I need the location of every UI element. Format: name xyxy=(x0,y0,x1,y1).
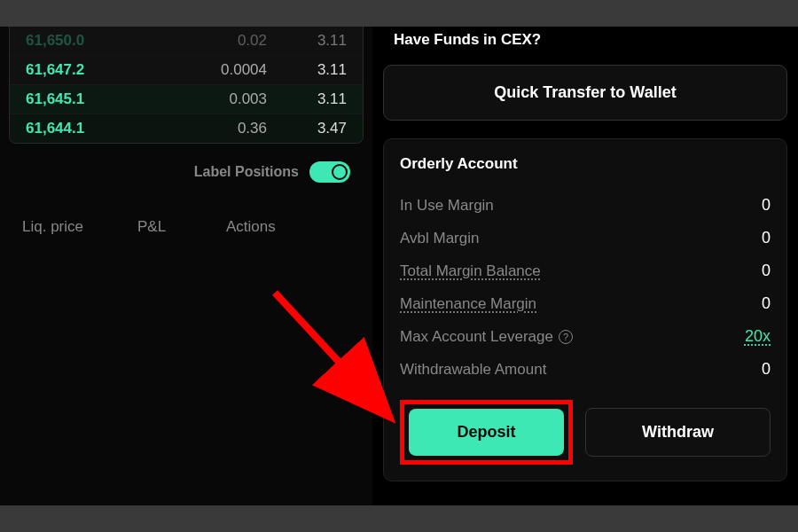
withdraw-button[interactable]: Withdraw xyxy=(585,408,771,457)
account-value: 0 xyxy=(762,262,771,280)
account-label: Withdrawable Amount xyxy=(400,360,546,379)
bottom-bar xyxy=(0,505,798,532)
help-icon[interactable]: ? xyxy=(559,330,573,344)
account-label-text: Max Account Leverage xyxy=(400,328,553,346)
orderbook-amount: 0.36 xyxy=(114,120,293,137)
orderbook-amount: 0.003 xyxy=(114,90,293,108)
account-row-max-leverage: Max Account Leverage ? 20x xyxy=(400,320,771,353)
account-row-in-use-margin: In Use Margin 0 xyxy=(400,189,771,222)
account-label: Avbl Margin xyxy=(400,229,479,247)
have-funds-heading: Have Funds in CEX? xyxy=(383,27,787,65)
left-panel: 61,650.0 0.02 3.11 61,647.2 0.0004 3.11 … xyxy=(0,27,372,505)
account-label[interactable]: Total Margin Balance xyxy=(400,262,541,280)
account-label: Max Account Leverage ? xyxy=(400,327,573,346)
account-value: 0 xyxy=(762,196,771,215)
orderbook-total: 3.47 xyxy=(293,120,347,137)
orderbook-total: 3.11 xyxy=(293,90,347,108)
orderbook-price: 61,650.0 xyxy=(26,32,114,50)
account-row-total-margin: Total Margin Balance 0 xyxy=(400,254,771,287)
orderbook-price: 61,647.2 xyxy=(26,61,114,79)
orderbook-amount: 0.02 xyxy=(114,32,293,50)
orderly-account-panel: Orderly Account In Use Margin 0 Avbl Mar… xyxy=(383,138,787,481)
orderbook-table: 61,650.0 0.02 3.11 61,647.2 0.0004 3.11 … xyxy=(9,27,364,144)
orderbook-total: 3.11 xyxy=(293,32,347,50)
deposit-highlight-box: Deposit xyxy=(400,400,573,465)
positions-table-header: Liq. price P&L Actions xyxy=(0,200,372,254)
orderbook-price: 61,645.1 xyxy=(26,90,114,108)
label-positions-text: Label Positions xyxy=(194,164,299,180)
label-positions-row: Label Positions xyxy=(0,144,372,200)
orderbook-price: 61,644.1 xyxy=(26,120,114,137)
account-title: Orderly Account xyxy=(400,155,771,173)
account-label: In Use Margin xyxy=(400,196,494,215)
account-value: 0 xyxy=(762,294,771,313)
deposit-button[interactable]: Deposit xyxy=(409,409,564,456)
orderbook-row[interactable]: 61,647.2 0.0004 3.11 xyxy=(10,56,363,85)
orderbook-row[interactable]: 61,650.0 0.02 3.11 xyxy=(10,27,363,56)
account-value: 0 xyxy=(762,229,771,247)
top-bar xyxy=(0,0,798,27)
orderbook-row[interactable]: 61,645.1 0.003 3.11 xyxy=(10,85,363,114)
column-liq-price[interactable]: Liq. price xyxy=(22,218,102,236)
account-label[interactable]: Maintenance Margin xyxy=(400,294,536,313)
orderbook-row[interactable]: 61,644.1 0.36 3.47 xyxy=(10,114,363,143)
right-panel: Have Funds in CEX? Quick Transfer to Wal… xyxy=(372,27,798,505)
deposit-withdraw-row: Deposit Withdraw xyxy=(400,400,771,465)
toggle-thumb-icon xyxy=(332,164,348,180)
account-row-withdrawable: Withdrawable Amount 0 xyxy=(400,353,771,386)
account-value-leverage[interactable]: 20x xyxy=(745,327,771,346)
account-value: 0 xyxy=(762,360,771,379)
quick-transfer-button[interactable]: Quick Transfer to Wallet xyxy=(383,65,787,121)
column-pnl[interactable]: P&L xyxy=(137,218,191,236)
column-actions[interactable]: Actions xyxy=(226,218,350,236)
account-row-maint-margin: Maintenance Margin 0 xyxy=(400,287,771,320)
account-row-avbl-margin: Avbl Margin 0 xyxy=(400,222,771,254)
orderbook-amount: 0.0004 xyxy=(114,61,293,79)
orderbook-total: 3.11 xyxy=(293,61,347,79)
main-area: 61,650.0 0.02 3.11 61,647.2 0.0004 3.11 … xyxy=(0,27,798,505)
label-positions-toggle[interactable] xyxy=(309,161,350,183)
